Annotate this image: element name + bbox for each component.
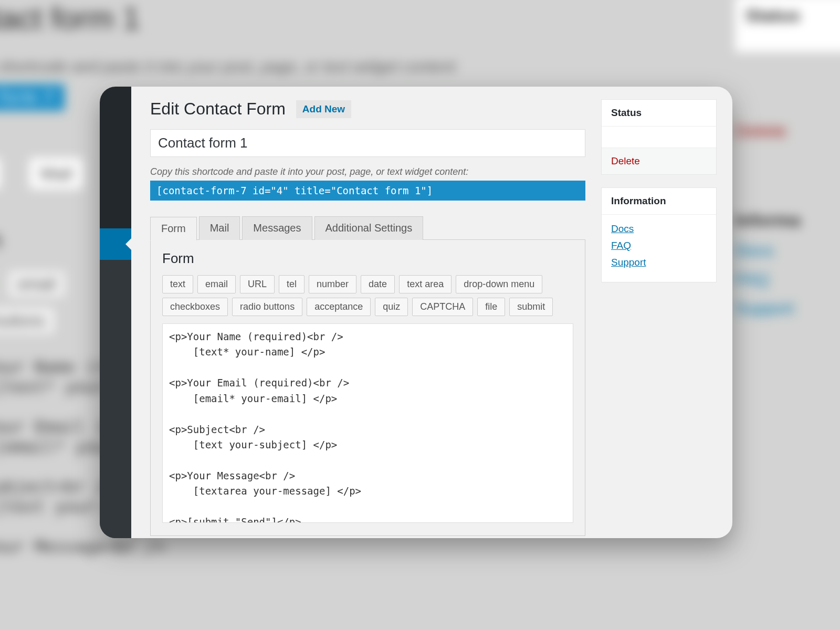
shortcode-help-text: Copy this shortcode and paste it into yo… <box>150 166 585 177</box>
editor-tabs: FormMailMessagesAdditional Settings <box>150 216 585 240</box>
tag-button-radio-buttons[interactable]: radio buttons <box>232 298 302 316</box>
tag-button-date[interactable]: date <box>361 275 395 293</box>
admin-sidebar-strip <box>100 87 131 538</box>
sidebar-active-indicator <box>100 228 131 260</box>
tag-button-email[interactable]: email <box>197 275 236 293</box>
page-title: Edit Contact Form <box>150 99 286 119</box>
add-new-button[interactable]: Add New <box>296 100 351 118</box>
sidebar-submenu-area <box>100 260 131 538</box>
tag-generator-list: textemailURLtelnumberdatetext areadrop-d… <box>162 275 573 316</box>
information-metabox-title: Information <box>602 188 716 215</box>
tab-additional-settings[interactable]: Additional Settings <box>314 216 424 240</box>
tag-button-number[interactable]: number <box>309 275 356 293</box>
info-link-support[interactable]: Support <box>611 257 707 268</box>
form-tab-panel: Form textemailURLtelnumberdatetext aread… <box>150 239 585 536</box>
tag-button-quiz[interactable]: quiz <box>375 298 408 316</box>
panel-title: Form <box>162 250 573 267</box>
status-metabox: Status Delete <box>601 99 717 175</box>
tag-button-text[interactable]: text <box>162 275 193 293</box>
status-metabox-title: Status <box>602 100 716 127</box>
delete-link[interactable]: Delete <box>611 155 640 166</box>
tag-button-checkboxes[interactable]: checkboxes <box>162 298 228 316</box>
tag-button-url[interactable]: URL <box>240 275 275 293</box>
tag-button-submit[interactable]: submit <box>509 298 553 316</box>
tag-button-drop-down-menu[interactable]: drop-down menu <box>456 275 542 293</box>
shortcode-display[interactable]: [contact-form-7 id="4" title="Contact fo… <box>150 181 585 201</box>
info-link-docs[interactable]: Docs <box>611 223 707 235</box>
tag-button-captcha[interactable]: CAPTCHA <box>412 298 473 316</box>
tab-messages[interactable]: Messages <box>242 216 312 240</box>
admin-screenshot-card: Edit Contact Form Add New Copy this shor… <box>100 87 732 538</box>
tag-button-tel[interactable]: tel <box>279 275 304 293</box>
tag-button-text-area[interactable]: text area <box>399 275 452 293</box>
tab-form[interactable]: Form <box>150 217 197 240</box>
tab-mail[interactable]: Mail <box>199 216 240 240</box>
form-title-input[interactable] <box>150 129 585 157</box>
information-metabox: Information DocsFAQSupport <box>601 187 717 282</box>
tag-button-file[interactable]: file <box>477 298 505 316</box>
tag-button-acceptance[interactable]: acceptance <box>307 298 371 316</box>
info-link-faq[interactable]: FAQ <box>611 240 707 251</box>
form-template-textarea[interactable] <box>162 323 573 523</box>
